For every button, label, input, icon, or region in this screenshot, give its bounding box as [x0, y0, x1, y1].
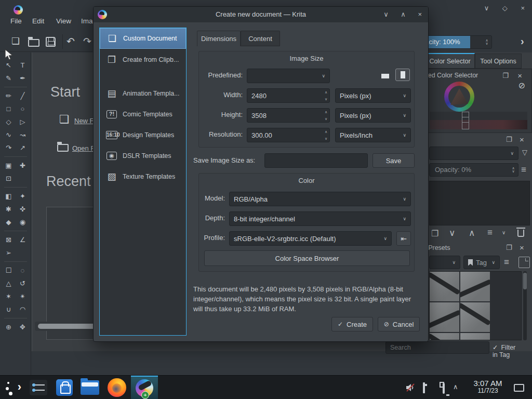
create-button[interactable]: ✓ Create	[331, 317, 373, 331]
system-settings-button[interactable]	[27, 376, 50, 399]
rectangle-tool-icon[interactable]: □	[2, 102, 16, 115]
toolbar-overflow-icon[interactable]: ›	[521, 35, 524, 47]
brush-preset-thumbnail[interactable]	[460, 302, 490, 332]
height-input[interactable]: 3508 ∧∨	[247, 108, 330, 123]
assistants-tool-icon[interactable]: ⊠	[2, 233, 16, 246]
import-profile-button[interactable]: ⇤	[396, 231, 411, 246]
landscape-orientation-button[interactable]	[378, 70, 392, 82]
menu-view[interactable]: View	[56, 17, 71, 25]
color-space-browser-button[interactable]: Color Space Browser	[204, 250, 410, 266]
tab-color-selector[interactable]: Color Selector	[425, 53, 475, 69]
color-history-strip[interactable]	[430, 112, 527, 120]
presets-menu-icon[interactable]: ≡	[504, 257, 509, 268]
filter-in-tag-checkbox[interactable]: ✓Filter in Tag	[493, 343, 515, 358]
multibrush-tool-icon[interactable]: ↗	[16, 141, 30, 154]
polyline-tool-icon[interactable]: ▷	[16, 115, 30, 128]
contiguous-select-tool-icon[interactable]: ✴	[16, 290, 30, 303]
add-layer-icon[interactable]: ❐	[431, 229, 438, 238]
float-docker-icon[interactable]: ❐	[506, 136, 512, 143]
text-tool-icon[interactable]: T	[16, 59, 30, 72]
width-input[interactable]: 2480 ∧∨	[247, 88, 330, 103]
filter-layers-icon[interactable]: ▽	[522, 149, 527, 157]
preset-view-combo[interactable]: ∨	[429, 256, 460, 269]
firefox-button[interactable]	[104, 376, 129, 399]
sidebar-item-design-templates[interactable]: 16:10 Design Templates	[100, 125, 186, 145]
tab-tool-options[interactable]: Tool Options	[475, 54, 522, 69]
ellipse-select-tool-icon[interactable]: ◌	[16, 264, 30, 277]
move-layer-up-icon[interactable]: ∧	[469, 228, 475, 238]
save-size-button[interactable]: Save	[373, 153, 415, 168]
rect-select-tool-icon[interactable]: ☐	[2, 264, 16, 277]
show-desktop-button[interactable]	[514, 384, 524, 392]
depth-combo[interactable]: 8-bit integer/channel∨	[229, 211, 411, 226]
line-tool-icon[interactable]: ╱	[16, 89, 30, 102]
resolution-input[interactable]: 300.00 ∧∨	[247, 128, 330, 142]
close-icon[interactable]: ×	[521, 4, 525, 12]
transform-tool-icon[interactable]: ▣	[2, 159, 16, 172]
layer-properties-icon[interactable]: ≡	[487, 228, 493, 238]
preset-grid-scrollbar[interactable]	[523, 271, 527, 340]
tab-content[interactable]: Content	[241, 31, 280, 46]
dialog-close-icon[interactable]: ×	[418, 10, 422, 18]
new-file-icon[interactable]: ❏	[59, 113, 70, 126]
predefined-combo[interactable]: ∨	[247, 69, 330, 83]
close-docker-icon[interactable]: ×	[520, 243, 524, 252]
maximize-icon[interactable]: ◇	[502, 4, 508, 12]
bezier-curve-tool-icon[interactable]: ∿	[2, 128, 16, 141]
edit-shapes-tool-icon[interactable]: ✎	[2, 72, 16, 85]
redo-icon[interactable]: ↷	[83, 35, 91, 47]
move-layer-down-icon[interactable]: ∨	[449, 228, 455, 238]
layer-opacity-spinner[interactable]: ∧∨	[510, 164, 517, 176]
discover-button[interactable]	[53, 376, 76, 399]
open-document-icon[interactable]	[28, 39, 39, 47]
color-wheel[interactable]	[444, 82, 474, 112]
sidebar-item-custom-document[interactable]: ❏ Custom Document	[100, 28, 186, 49]
width-spinner[interactable]: ∧∨	[325, 90, 327, 101]
enclose-fill-tool-icon[interactable]: ◉	[16, 216, 30, 229]
preset-display-mode-icon[interactable]	[518, 257, 530, 268]
tray-expand-icon[interactable]: ∧	[453, 383, 458, 391]
dialog-minimize-icon[interactable]: ∨	[383, 10, 389, 18]
layers-menu-icon[interactable]: ≡	[521, 165, 526, 175]
layer-more-icon[interactable]: ∨	[502, 230, 506, 235]
menu-file[interactable]: File	[10, 17, 22, 25]
float-docker-icon[interactable]: ❐	[502, 72, 509, 79]
brush-preset-thumbnail[interactable]	[430, 333, 459, 340]
polygon-tool-icon[interactable]: ◇	[2, 115, 16, 128]
height-spinner[interactable]: ∧∨	[325, 110, 327, 121]
profile-combo[interactable]: sRGB-elle-V2-srgbtrc.icc (Default)∨	[229, 231, 392, 246]
fill-tool-icon[interactable]: ◆	[2, 216, 16, 229]
preset-search-input[interactable]	[385, 341, 489, 354]
sidebar-item-dslr-templates[interactable]: ◉ DSLR Templates	[100, 145, 186, 166]
layers-list[interactable]	[429, 181, 530, 225]
menu-edit[interactable]: Edit	[32, 17, 44, 25]
dialog-titlebar[interactable]: Create new document — Krita ∨ ∧ ×	[94, 7, 428, 22]
file-manager-button[interactable]	[78, 376, 102, 399]
undo-icon[interactable]: ↶	[66, 35, 75, 47]
blend-mode-combo[interactable]: ∨	[429, 147, 518, 160]
resolution-spinner[interactable]: ∧∨	[325, 130, 327, 140]
color-sampler-tool-icon[interactable]: ✦	[16, 190, 30, 203]
similar-select-tool-icon[interactable]: ✶	[2, 290, 16, 303]
freehand-path-tool-icon[interactable]: ↝	[16, 128, 30, 141]
display-settings-icon[interactable]	[443, 383, 445, 394]
zoom-tool-icon[interactable]: ⊕	[2, 321, 16, 334]
height-unit-combo[interactable]: Pixels (px)∨	[335, 108, 411, 123]
smart-patch-tool-icon[interactable]: ✜	[16, 203, 30, 216]
polygon-select-tool-icon[interactable]: △	[2, 277, 16, 290]
sidebar-item-texture-templates[interactable]: ▨ Texture Templates	[100, 166, 186, 187]
new-document-icon[interactable]: ❏	[11, 35, 20, 47]
reference-images-tool-icon[interactable]: ➢	[2, 246, 16, 259]
model-combo[interactable]: RGB/Alpha∨	[229, 192, 411, 206]
sidebar-item-animation-templates[interactable]: ▤ Animation Templa...	[100, 83, 186, 104]
resolution-unit-combo[interactable]: Pixels/Inch∨	[335, 128, 411, 142]
brush-preset-thumbnail[interactable]	[430, 302, 459, 332]
dynamic-brush-tool-icon[interactable]: ↷	[2, 141, 16, 154]
minimize-icon[interactable]: ∨	[484, 4, 489, 12]
delete-layer-icon[interactable]	[517, 230, 524, 237]
portrait-orientation-button[interactable]	[395, 69, 410, 81]
save-size-input[interactable]	[264, 153, 368, 168]
cancel-button[interactable]: ⊘ Cancel	[378, 317, 420, 331]
brush-preset-thumbnail[interactable]	[460, 333, 490, 340]
move-tool-icon[interactable]: ✚	[16, 159, 30, 172]
